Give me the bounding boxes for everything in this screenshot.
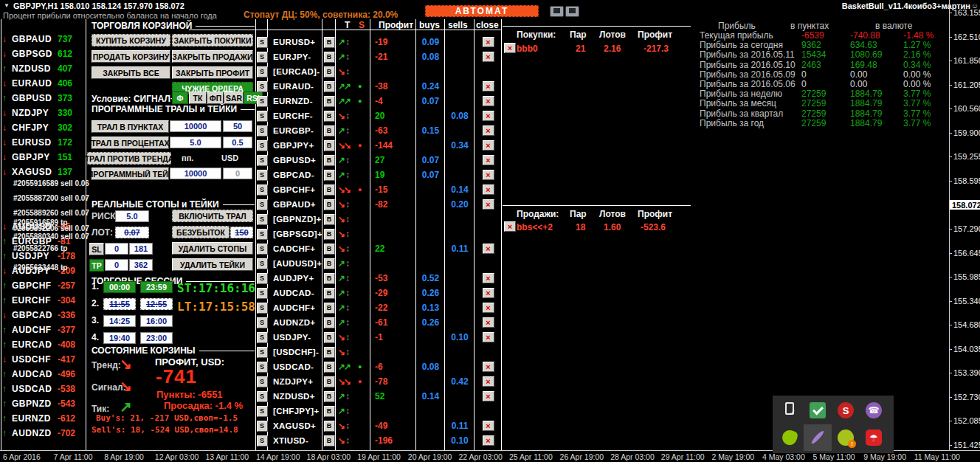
mt4-window: ▼ GBPJPY,H1 158.010 158.124 157.970 158.… bbox=[0, 0, 980, 462]
time-tick-label: 25 Apr 11:00 bbox=[509, 452, 553, 461]
time-tick-label: 28 Apr 03:00 bbox=[610, 452, 655, 461]
tray-cell[interactable] bbox=[776, 397, 804, 424]
time-tick-label: 20 Apr 19:00 bbox=[408, 452, 452, 461]
time-tick-label: 14 Apr 19:00 bbox=[256, 452, 300, 461]
time-tick-label: 2 May 19:00 bbox=[711, 452, 754, 461]
tray-cell[interactable] bbox=[776, 424, 804, 451]
time-tick-label: 4 May 03:00 bbox=[762, 452, 805, 461]
tray-cell[interactable] bbox=[804, 397, 832, 424]
time-axis: 6 Apr 20167 Apr 11:008 Apr 19:0012 Apr 0… bbox=[0, 0, 980, 462]
time-tick-label: 22 Apr 03:00 bbox=[458, 452, 503, 461]
lime-leaf-icon[interactable] bbox=[781, 429, 798, 447]
tray-cell[interactable] bbox=[832, 397, 860, 424]
alert-badge-icon[interactable] bbox=[838, 430, 854, 446]
tray-cell[interactable] bbox=[804, 424, 832, 451]
time-tick-label: 18 Apr 03:00 bbox=[307, 452, 351, 461]
tray-cell[interactable] bbox=[832, 424, 860, 451]
red-s-icon[interactable] bbox=[838, 402, 854, 418]
tray-cell[interactable] bbox=[860, 397, 888, 424]
time-tick-label: 19 Apr 11:00 bbox=[357, 452, 401, 461]
avira-umbrella-icon[interactable] bbox=[866, 430, 882, 446]
green-check-icon[interactable] bbox=[810, 402, 826, 418]
time-tick-label: 26 Apr 19:00 bbox=[560, 452, 604, 461]
feather-icon[interactable] bbox=[809, 429, 827, 447]
time-tick-label: 7 Apr 11:00 bbox=[54, 452, 93, 461]
time-tick-label: 11 May 11:00 bbox=[914, 452, 960, 461]
time-tick-label: 9 May 19:00 bbox=[863, 452, 906, 461]
time-tick-label: 5 May 11:00 bbox=[813, 452, 855, 461]
time-tick-label: 29 Apr 11:00 bbox=[661, 452, 705, 461]
tray-popup bbox=[773, 396, 894, 453]
usb-drive-icon[interactable] bbox=[781, 401, 798, 419]
viber-icon[interactable] bbox=[866, 402, 882, 418]
time-tick-label: 12 Apr 03:00 bbox=[155, 452, 199, 461]
time-tick-label: 8 Apr 19:00 bbox=[104, 452, 144, 461]
time-tick-label: 6 Apr 2016 bbox=[3, 452, 41, 461]
tray-cell[interactable] bbox=[860, 424, 888, 451]
time-tick-label: 13 Apr 11:00 bbox=[205, 452, 249, 461]
